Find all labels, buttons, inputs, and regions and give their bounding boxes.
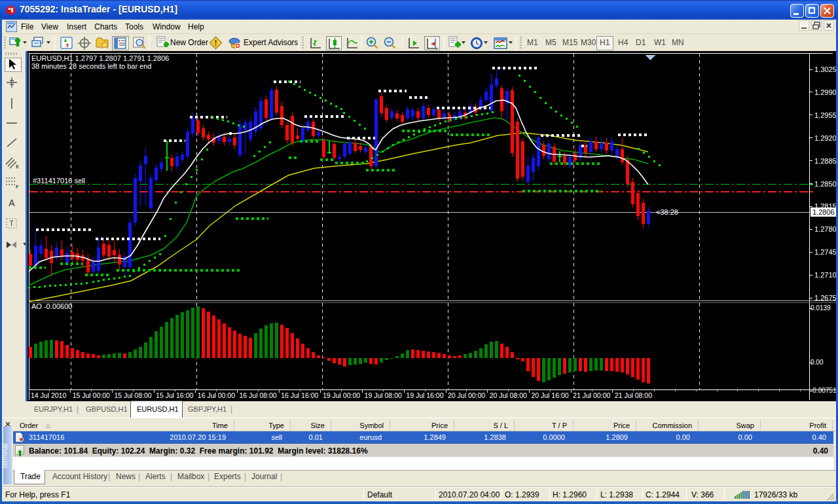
svg-text:19 Jul 00:00: 19 Jul 00:00: [323, 391, 360, 399]
svg-text:19 Jul 16:00: 19 Jul 16:00: [406, 391, 443, 399]
svg-text:1.3025: 1.3025: [814, 65, 837, 73]
svg-text:1.2850: 1.2850: [814, 180, 837, 188]
svg-text:21 Jul 08:00: 21 Jul 08:00: [615, 391, 652, 399]
svg-text:20 Jul 16:00: 20 Jul 16:00: [531, 391, 568, 399]
svg-text:AO -0.00600: AO -0.00600: [31, 302, 72, 310]
svg-text:21 Jul 00:00: 21 Jul 00:00: [573, 391, 610, 399]
svg-text:<38:28: <38:28: [656, 208, 678, 216]
svg-text:16 Jul 16:00: 16 Jul 16:00: [281, 391, 318, 399]
svg-text:1.2710: 1.2710: [814, 271, 837, 279]
svg-text:#311417016 sell: #311417016 sell: [33, 177, 85, 185]
svg-text:15 Jul 16:00: 15 Jul 16:00: [156, 391, 193, 399]
svg-text:38 minutes 28 seconds left to: 38 minutes 28 seconds left to bar end: [31, 62, 151, 70]
svg-text:1.2990: 1.2990: [814, 88, 837, 96]
svg-text:14 Jul 2010: 14 Jul 2010: [31, 391, 66, 399]
svg-text:15 Jul 08:00: 15 Jul 08:00: [114, 391, 151, 399]
svg-text:0.0139: 0.0139: [811, 304, 831, 312]
svg-text:1.2745: 1.2745: [814, 248, 837, 256]
svg-text:1.2806: 1.2806: [812, 208, 835, 216]
svg-text:16 Jul 00:00: 16 Jul 00:00: [198, 391, 235, 399]
svg-text:1.2955: 1.2955: [814, 111, 837, 119]
svg-text:1.2675: 1.2675: [814, 294, 837, 302]
svg-text:20 Jul 00:00: 20 Jul 00:00: [448, 391, 485, 399]
svg-text:19 Jul 08:00: 19 Jul 08:00: [365, 391, 402, 399]
svg-text:EURUSD,H1 1.2797 1.2807 1.279: EURUSD,H1 1.2797 1.2807 1.2791 1.2806: [31, 54, 169, 62]
svg-text:15 Jul 00:00: 15 Jul 00:00: [73, 391, 110, 399]
svg-text:16 Jul 08:00: 16 Jul 08:00: [240, 391, 277, 399]
svg-text:1.2885: 1.2885: [814, 157, 837, 165]
svg-text:1.2780: 1.2780: [814, 225, 837, 233]
svg-text:0.00: 0.00: [811, 359, 824, 366]
svg-text:-0.00751: -0.00751: [811, 387, 837, 394]
svg-text:1.2920: 1.2920: [814, 134, 837, 142]
svg-text:20 Jul 08:00: 20 Jul 08:00: [490, 391, 527, 399]
